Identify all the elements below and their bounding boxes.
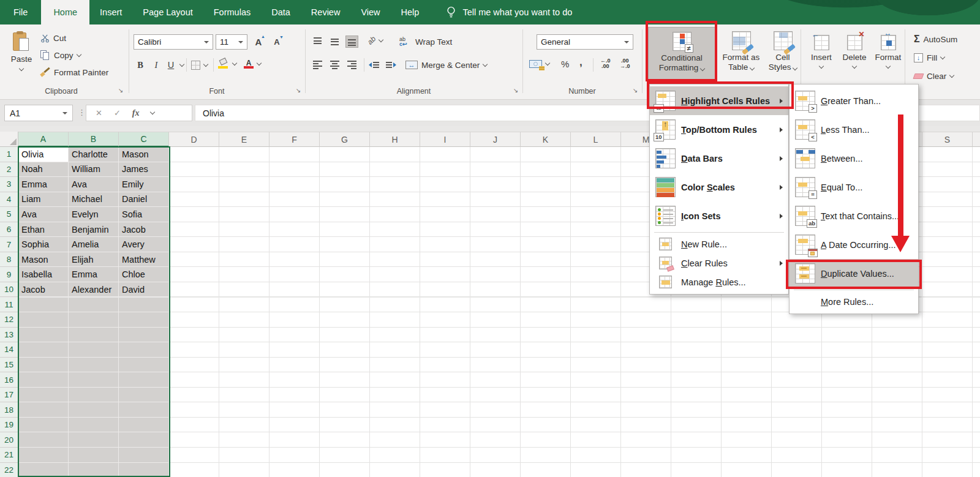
cell-F3[interactable] (270, 177, 320, 192)
menu-item-new-rule[interactable]: New Rule... (650, 235, 788, 254)
cell-M13[interactable] (621, 328, 671, 343)
cell-K6[interactable] (521, 222, 571, 238)
menu-item-top-bottom-rules[interactable]: ↑ 10 Top/Bottom Rules (650, 115, 788, 144)
cell-extra10[interactable] (973, 282, 980, 298)
row-header-20[interactable]: 20 (0, 432, 18, 448)
bottom-align-button[interactable] (345, 34, 358, 49)
cell-extra20[interactable] (973, 432, 980, 448)
cell-Q22[interactable] (822, 463, 872, 477)
cell-A1[interactable]: Olivia (18, 147, 69, 162)
row-header-19[interactable]: 19 (0, 418, 18, 433)
cell-K14[interactable] (521, 342, 571, 358)
cell-A15[interactable] (18, 358, 69, 373)
cell-F10[interactable] (270, 282, 320, 298)
cell-extra6[interactable] (973, 222, 980, 238)
row-header-13[interactable]: 13 (0, 328, 18, 343)
column-header-H[interactable]: H (370, 132, 420, 147)
cell-H19[interactable] (370, 418, 420, 433)
cell-G17[interactable] (320, 388, 370, 403)
cell-A19[interactable] (18, 418, 69, 433)
row-header-5[interactable]: 5 (0, 207, 18, 222)
cell-N20[interactable] (671, 432, 722, 448)
cell-E11[interactable] (219, 298, 270, 313)
cell-H13[interactable] (370, 328, 420, 343)
column-header-C[interactable]: C (119, 132, 169, 147)
cell-G2[interactable] (320, 162, 370, 178)
cell-C5[interactable]: Sofia (119, 207, 169, 222)
orientation-button[interactable]: ab (368, 33, 383, 48)
cell-I5[interactable] (420, 207, 470, 222)
cell-I11[interactable] (420, 298, 470, 313)
cell-H2[interactable] (370, 162, 420, 178)
cell-I16[interactable] (420, 372, 470, 388)
cell-Q16[interactable] (822, 372, 872, 388)
cell-S9[interactable] (922, 267, 973, 282)
cell-G19[interactable] (320, 418, 370, 433)
cell-R22[interactable] (872, 463, 922, 477)
cell-H21[interactable] (370, 448, 420, 463)
cell-K20[interactable] (521, 432, 571, 448)
cell-P20[interactable] (772, 432, 822, 448)
cell-K15[interactable] (521, 358, 571, 373)
cell-D13[interactable] (169, 328, 219, 343)
cell-F13[interactable] (270, 328, 320, 343)
cell-O22[interactable] (722, 463, 772, 477)
cell-L21[interactable] (571, 448, 621, 463)
cell-B12[interactable] (69, 312, 119, 328)
cell-N17[interactable] (671, 388, 722, 403)
cell-S17[interactable] (922, 388, 973, 403)
top-align-button[interactable] (311, 34, 324, 49)
row-header-21[interactable]: 21 (0, 448, 18, 463)
cell-R16[interactable] (872, 372, 922, 388)
increase-decimal-button[interactable]: ←.0.00 (600, 56, 611, 71)
tab-page-layout[interactable]: Page Layout (132, 0, 203, 24)
column-header-G[interactable]: G (320, 132, 370, 147)
cell-I9[interactable] (420, 267, 470, 282)
cell-E2[interactable] (219, 162, 270, 178)
row-header-9[interactable]: 9 (0, 267, 18, 282)
cell-D17[interactable] (169, 388, 219, 403)
cell-I20[interactable] (420, 432, 470, 448)
cell-extra19[interactable] (973, 418, 980, 433)
cell-S2[interactable] (922, 162, 973, 178)
fill-color-button[interactable] (218, 56, 236, 71)
cell-O19[interactable] (722, 418, 772, 433)
cell-E3[interactable] (219, 177, 270, 192)
fx-dropdown-chevron[interactable] (150, 110, 155, 115)
cell-F14[interactable] (270, 342, 320, 358)
cell-R21[interactable] (872, 448, 922, 463)
cell-B1[interactable]: Charlotte (69, 147, 119, 162)
cell-C17[interactable] (119, 388, 169, 403)
row-header-3[interactable]: 3 (0, 177, 18, 192)
italic-button[interactable]: I (151, 58, 162, 72)
cell-K19[interactable] (521, 418, 571, 433)
cell-L17[interactable] (571, 388, 621, 403)
cell-Q18[interactable] (822, 402, 872, 418)
cell-I17[interactable] (420, 388, 470, 403)
cell-L22[interactable] (571, 463, 621, 477)
cell-D20[interactable] (169, 432, 219, 448)
cell-G10[interactable] (320, 282, 370, 298)
cell-D21[interactable] (169, 448, 219, 463)
column-header-S[interactable]: S (922, 132, 973, 147)
cell-D12[interactable] (169, 312, 219, 328)
cell-M22[interactable] (621, 463, 671, 477)
cell-H14[interactable] (370, 342, 420, 358)
submenu-item-a-date-occurring[interactable]: A Date Occurring... (790, 230, 918, 259)
cell-L4[interactable] (571, 192, 621, 208)
cell-P19[interactable] (772, 418, 822, 433)
font-size-combo[interactable]: 11 (216, 34, 247, 50)
cell-J13[interactable] (470, 328, 521, 343)
autosum-button[interactable]: Σ AutoSum (914, 32, 957, 47)
cell-R20[interactable] (872, 432, 922, 448)
menu-item-manage-rules[interactable]: Manage Rules... (650, 272, 788, 291)
menu-item-clear-rules[interactable]: Clear Rules (650, 254, 788, 272)
cell-K16[interactable] (521, 372, 571, 388)
cell-J1[interactable] (470, 147, 521, 162)
cell-G12[interactable] (320, 312, 370, 328)
cell-extra17[interactable] (973, 388, 980, 403)
merge-center-button[interactable]: ↔ Merge & Center (405, 58, 487, 72)
column-header-I[interactable]: I (420, 132, 470, 147)
menu-item-highlight-cells-rules[interactable]: <> Highlight Cells Rules (650, 86, 788, 115)
cell-C13[interactable] (119, 328, 169, 343)
